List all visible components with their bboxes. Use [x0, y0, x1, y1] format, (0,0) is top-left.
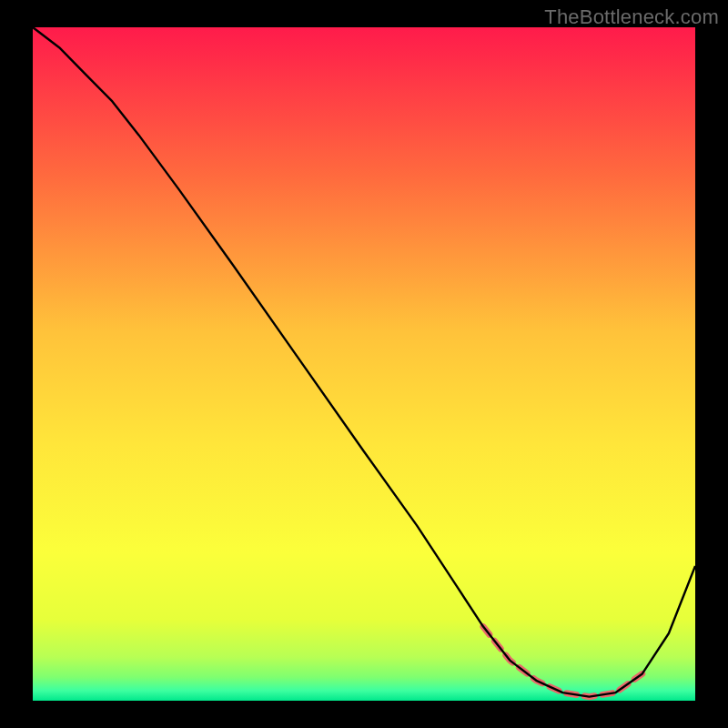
bottleneck-chart [0, 0, 728, 728]
watermark-text: TheBottleneck.com [544, 5, 719, 29]
